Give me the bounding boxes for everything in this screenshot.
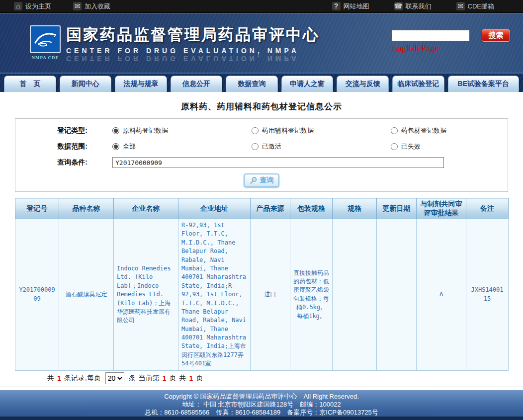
cde-logo-icon — [30, 25, 61, 53]
site-title: 国家药品监督管理局药品审评中心 — [66, 24, 320, 45]
pagination-bar: 共 1 条记录,每页 20 条 当前第 1 页 共 1 页 — [15, 371, 508, 386]
add-favorite-link[interactable]: ✉ 加入收藏 — [73, 2, 110, 11]
query-form: 登记类型: 原料药登记数据 药用辅料登记数据 药包材登记数据 数据范围: 全部 — [15, 118, 508, 192]
site-footer: Copyright © 国家药品监督管理局药品审评中心 All Right Re… — [0, 390, 523, 420]
reg-type-option-excipient[interactable]: 药用辅料登记数据 — [252, 126, 391, 135]
reg-type-radio-api[interactable] — [112, 127, 119, 134]
logo-caption: NMPA CDE — [28, 55, 63, 60]
scope-option-active[interactable]: 已激活 — [252, 142, 391, 151]
topbar-left-links: ⌂ 设为主页 ✉ 加入收藏 — [14, 2, 110, 11]
scope-radio-active[interactable] — [252, 143, 259, 150]
main-navigation: 首 页 新闻中心 法规与规章 信息公开 数据查询 申请人之窗 交流与反馈 临床试… — [0, 74, 523, 92]
search-icon — [250, 176, 258, 184]
main-content: 原料药、药用辅料和药包材登记信息公示 登记类型: 原料药登记数据 药用辅料登记数… — [0, 92, 523, 390]
cde-mail-label: CDE邮箱 — [468, 2, 494, 11]
header-titles: 国家药品监督管理局药品审评中心 CENTER FOR DRUG EVALUATI… — [66, 24, 320, 63]
cell-update-date — [377, 219, 417, 371]
cell-reg-no: Y20170000909 — [15, 219, 59, 371]
scope-radio-all[interactable] — [112, 143, 119, 150]
cell-spec — [333, 219, 377, 371]
scope-option-all-label: 全部 — [123, 142, 136, 151]
results-table: 登记号 品种名称 企业名称 企业地址 产品来源 包装规格 规格 更新日期 与制剂… — [15, 198, 509, 371]
col-header-packaging: 包装规格 — [290, 198, 333, 219]
pager-total-count: 1 — [57, 374, 61, 382]
nav-tab-regulations[interactable]: 法规与规章 — [115, 76, 167, 92]
english-page-link[interactable]: English Page — [392, 43, 439, 54]
col-header-review-result: 与制剂共同审评审批结果 — [417, 198, 466, 219]
reg-type-option-api-label: 原料药登记数据 — [123, 126, 168, 135]
pager-unit: 条 — [129, 374, 136, 383]
reg-type-option-packaging[interactable]: 药包材登记数据 — [391, 126, 523, 135]
cell-company-address: R-92,93, 1st Floor, T.T.C, M.I.D.C., Tha… — [178, 219, 251, 371]
nav-tab-data-query[interactable]: 数据查询 — [226, 76, 278, 92]
query-button-label: 查询 — [260, 176, 274, 185]
query-condition-label: 查询条件: — [15, 158, 87, 167]
pager-current-prefix: 当前第 — [139, 374, 160, 383]
pager-total-pages: 1 — [189, 374, 193, 382]
footer-copyright: Copyright © 国家药品监督管理局药品审评中心 All Right Re… — [0, 393, 523, 401]
cde-mail-link[interactable]: ✉ CDE邮箱 — [456, 2, 494, 11]
col-header-reg-no: 登记号 — [15, 198, 59, 219]
contact-us-label: 联系我们 — [406, 2, 432, 11]
pager-pages-prefix: 共 — [179, 374, 186, 383]
table-header-row: 登记号 品种名称 企业名称 企业地址 产品来源 包装规格 规格 更新日期 与制剂… — [15, 198, 509, 219]
site-subtitle-reflection: CENTER FOR DRUG EVALUATION, NMPA — [66, 55, 320, 63]
reg-type-radio-excipient[interactable] — [252, 127, 259, 134]
pager-total-prefix: 共 — [47, 374, 54, 383]
site-search-button[interactable]: 搜索 — [482, 29, 510, 42]
scope-option-active-label: 已激活 — [262, 142, 281, 151]
add-favorite-label: 加入收藏 — [85, 2, 110, 11]
mail-icon: ✉ — [456, 2, 465, 10]
question-icon: ? — [332, 2, 341, 10]
nav-tab-be-platform[interactable]: BE试验备案平台 — [448, 76, 520, 92]
reg-type-option-api[interactable]: 原料药登记数据 — [112, 126, 252, 135]
col-header-spec: 规格 — [333, 198, 377, 219]
query-button[interactable]: 查询 — [244, 173, 279, 187]
page-title: 原料药、药用辅料和药包材登记信息公示 — [0, 92, 523, 112]
cde-logo: NMPA CDE — [28, 25, 63, 60]
scope-option-all[interactable]: 全部 — [112, 142, 252, 151]
contact-us-link[interactable]: ☎ 联系我们 — [394, 2, 432, 11]
nav-tab-applicant-window[interactable]: 申请人之窗 — [281, 76, 334, 92]
data-scope-row: 数据范围: 全部 已激活 已失效 — [15, 141, 508, 153]
col-header-company-name: 企业名称 — [114, 198, 178, 219]
reg-type-label: 登记类型: — [15, 126, 87, 135]
top-utility-bar: ⌂ 设为主页 ✉ 加入收藏 ? 网站地图 ☎ 联系我们 ✉ CDE邮箱 — [0, 0, 523, 13]
data-scope-label: 数据范围: — [15, 142, 87, 151]
pager-pages-suffix: 页 — [196, 374, 203, 383]
query-condition-input[interactable] — [112, 157, 444, 168]
footer-contact: 总机：8610-68585566 传真：8610-68584189 备案序号：京… — [0, 409, 523, 417]
footer-address: 地址： 中国 北京市朝阳区建国路128号 邮编：100022 — [0, 401, 523, 409]
home-icon: ⌂ — [14, 2, 22, 10]
cell-remark: JXHS1400115 — [466, 219, 509, 371]
nav-tab-home[interactable]: 首 页 — [4, 76, 56, 92]
reg-type-row: 登记类型: 原料药登记数据 药用辅料登记数据 药包材登记数据 — [15, 125, 508, 137]
pager-current-page: 1 — [163, 374, 167, 382]
scope-option-expired[interactable]: 已失效 — [391, 142, 523, 151]
site-search-input[interactable] — [392, 30, 470, 41]
set-homepage-link[interactable]: ⌂ 设为主页 — [14, 2, 51, 11]
query-condition-row: 查询条件: — [15, 157, 508, 168]
cell-company-name: Indoco Remedies Ltd. (Kilo Lab)；Indoco R… — [114, 219, 178, 371]
col-header-update-date: 更新日期 — [377, 198, 417, 219]
table-row: Y20170000909 酒石酸溴莫尼定 Indoco Remedies Ltd… — [15, 219, 509, 371]
nav-tab-info-disclosure[interactable]: 信息公开 — [171, 76, 223, 92]
sitemap-label: 网站地图 — [344, 2, 369, 11]
sitemap-link[interactable]: ? 网站地图 — [332, 2, 369, 11]
set-homepage-label: 设为主页 — [25, 2, 51, 11]
nav-tab-feedback[interactable]: 交流与反馈 — [337, 76, 389, 92]
cell-review-result: A — [417, 219, 466, 371]
footer-text-block: Copyright © 国家药品监督管理局药品审评中心 All Right Re… — [0, 390, 523, 417]
pager-current-suffix: 页 — [169, 374, 176, 383]
nav-tab-clinical-trial[interactable]: 临床试验登记 — [392, 76, 444, 92]
notes-section: 注：“与制剂共同审评审批结果”释义： 符号 代表含义 A 已批准在上市制剂使用的… — [0, 387, 523, 390]
cell-product-name: 酒石酸溴莫尼定 — [59, 219, 114, 371]
scope-radio-expired[interactable] — [391, 143, 398, 150]
topbar-right-links: ? 网站地图 ☎ 联系我们 ✉ CDE邮箱 — [332, 2, 494, 11]
nav-tab-news[interactable]: 新闻中心 — [60, 76, 112, 92]
reg-type-radio-packaging[interactable] — [391, 127, 398, 134]
cell-packaging: 直接接触药品的药包材：低密度聚乙烯袋包装规格：每桶0.5kg。每桶1kg。 — [290, 219, 333, 371]
page-size-select[interactable]: 20 — [105, 372, 124, 384]
reg-type-option-excipient-label: 药用辅料登记数据 — [262, 126, 314, 135]
col-header-company-address: 企业地址 — [178, 198, 251, 219]
